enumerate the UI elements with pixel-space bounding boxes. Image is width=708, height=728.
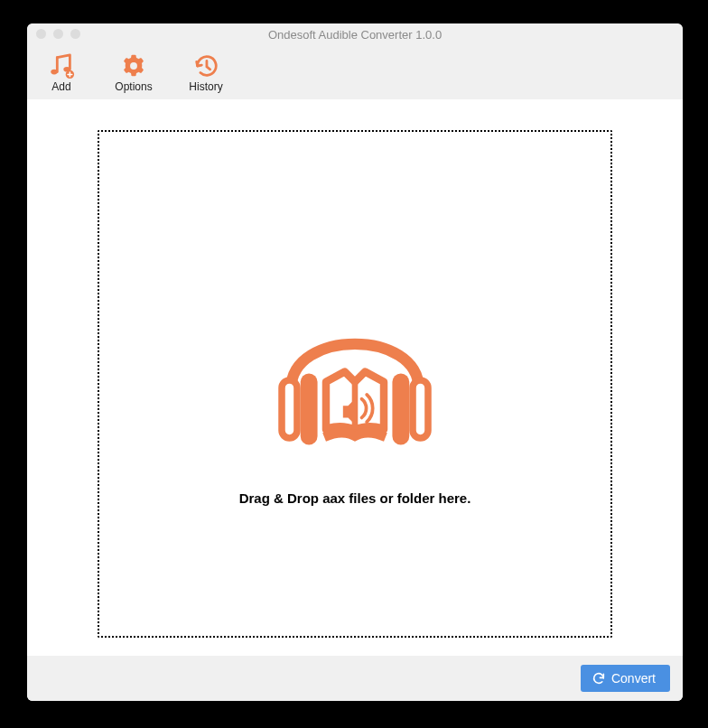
window-controls[interactable] [36,29,80,39]
refresh-icon [592,671,606,686]
history-label: History [189,80,222,93]
titlebar: Ondesoft Audible Converter 1.0.0 [27,23,683,45]
footer: Convert [27,656,683,701]
minimize-window-icon[interactable] [53,29,63,39]
convert-button[interactable]: Convert [581,665,670,692]
audiobook-headphones-icon [253,263,457,471]
history-icon [192,51,219,80]
toolbar: Add Options History [27,45,683,99]
svg-rect-4 [282,379,297,437]
dropzone[interactable]: Drag & Drop aax files or folder here. [98,130,612,638]
svg-rect-6 [413,379,428,437]
add-button[interactable]: Add [40,51,83,93]
history-button[interactable]: History [184,51,228,93]
main-area: Drag & Drop aax files or folder here. [27,99,683,656]
options-label: Options [115,80,152,93]
music-add-icon [48,51,75,80]
svg-point-0 [51,70,58,75]
svg-rect-7 [392,373,409,444]
convert-label: Convert [611,671,656,686]
svg-point-3 [130,62,137,70]
app-window: Ondesoft Audible Converter 1.0.0 Add [27,23,683,701]
window-title: Ondesoft Audible Converter 1.0.0 [268,28,442,42]
add-label: Add [51,80,70,93]
zoom-window-icon[interactable] [70,29,80,39]
options-button[interactable]: Options [112,51,155,93]
close-window-icon[interactable] [36,29,46,39]
gear-icon [120,51,147,80]
svg-rect-5 [301,373,318,444]
dropzone-message: Drag & Drop aax files or folder here. [239,490,471,506]
